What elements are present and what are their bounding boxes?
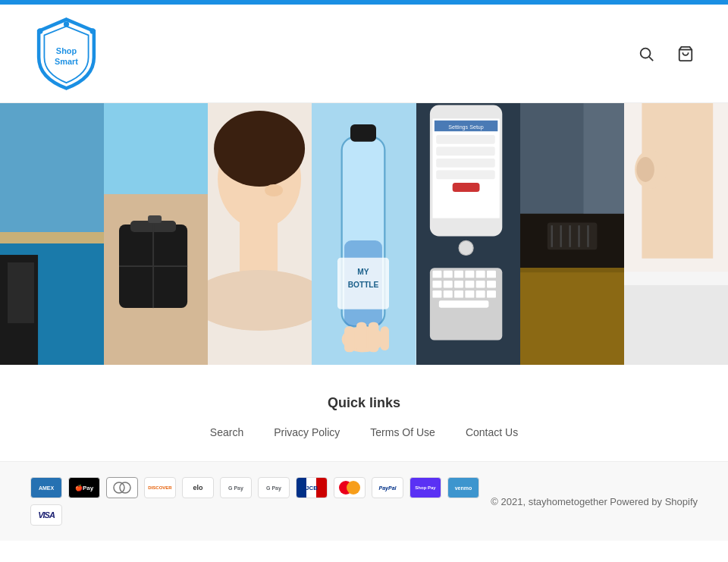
- svg-rect-71: [547, 223, 597, 250]
- payment-amex: AMEX: [30, 477, 62, 498]
- search-icon: [638, 46, 654, 62]
- payment-shopify: Shop Pay: [410, 477, 441, 498]
- svg-rect-56: [432, 281, 441, 288]
- svg-point-88: [120, 482, 130, 493]
- svg-rect-52: [454, 271, 463, 278]
- footer-bottom: AMEX 🍎Pay DISCOVER elo G Pay G Pay JCB P…: [0, 461, 728, 541]
- logo-icon: Shop Smart: [30, 16, 102, 92]
- svg-text:Settings Setup: Settings Setup: [448, 124, 483, 130]
- site-header: Shop Smart: [0, 5, 728, 103]
- svg-rect-51: [443, 271, 452, 278]
- svg-rect-55: [487, 271, 496, 278]
- hero-cell-6: [520, 103, 624, 365]
- svg-rect-67: [487, 290, 496, 298]
- hero-cell-1: [0, 103, 104, 365]
- svg-line-6: [649, 57, 653, 61]
- svg-rect-85: [624, 276, 728, 365]
- payment-elo: elo: [182, 477, 214, 498]
- svg-rect-44: [436, 146, 495, 155]
- svg-point-0: [64, 21, 69, 27]
- svg-text:MY: MY: [358, 268, 369, 276]
- copyright-text: © 2021, stayhometogether Powered by Shop…: [491, 496, 698, 507]
- hero-cell-2: [104, 103, 208, 365]
- svg-rect-36: [369, 322, 379, 353]
- svg-rect-68: [438, 300, 488, 308]
- cart-icon: [677, 46, 694, 62]
- svg-rect-66: [475, 290, 485, 298]
- svg-rect-10: [0, 232, 104, 243]
- svg-rect-28: [350, 124, 376, 142]
- svg-rect-65: [465, 290, 474, 298]
- hero-cell-7: [624, 103, 728, 365]
- payment-diners: [106, 477, 138, 498]
- svg-rect-14: [104, 103, 208, 194]
- svg-rect-47: [452, 183, 479, 192]
- cart-button[interactable]: [673, 42, 698, 66]
- logo[interactable]: Shop Smart: [30, 16, 102, 92]
- payment-jcb: JCB: [296, 477, 328, 498]
- svg-rect-80: [583, 103, 624, 214]
- quick-links-section: Quick links Search Privacy Policy Terms …: [0, 365, 728, 461]
- svg-rect-57: [443, 281, 452, 288]
- svg-rect-43: [436, 135, 495, 144]
- svg-point-24: [208, 270, 312, 331]
- svg-rect-37: [381, 326, 389, 350]
- hero-cell-4: MY BOTTLE: [312, 103, 416, 365]
- svg-rect-61: [487, 281, 496, 288]
- svg-rect-62: [432, 290, 441, 298]
- svg-rect-58: [454, 281, 463, 288]
- payment-icons-row2: VISA: [30, 504, 479, 526]
- svg-rect-46: [436, 170, 495, 179]
- svg-rect-12: [8, 262, 34, 323]
- search-button[interactable]: [634, 42, 658, 66]
- svg-text:BOTTLE: BOTTLE: [348, 281, 379, 289]
- svg-point-84: [636, 157, 654, 182]
- quick-link-terms[interactable]: Terms Of Use: [370, 426, 435, 438]
- hero-cell-5: Settings Setup: [416, 103, 520, 365]
- svg-point-5: [641, 48, 651, 58]
- svg-point-25: [265, 184, 283, 196]
- svg-point-87: [114, 482, 124, 493]
- svg-rect-86: [624, 272, 728, 285]
- svg-rect-53: [465, 271, 474, 278]
- quick-links-nav: Search Privacy Policy Terms Of Use Conta…: [15, 426, 713, 438]
- payment-icons-row1: AMEX 🍎Pay DISCOVER elo G Pay G Pay JCB P…: [30, 477, 479, 498]
- payment-venmo: venmo: [447, 477, 479, 498]
- payment-paypal: PayPal: [372, 477, 403, 498]
- quick-link-contact[interactable]: Contact Us: [466, 426, 518, 438]
- svg-text:Shop: Shop: [56, 46, 77, 55]
- svg-rect-64: [454, 290, 463, 298]
- svg-rect-17: [148, 215, 162, 223]
- payment-googlepay1: G Pay: [220, 477, 252, 498]
- payment-icons-wrapper: AMEX 🍎Pay DISCOVER elo G Pay G Pay JCB P…: [30, 477, 479, 526]
- header-actions: [634, 42, 698, 66]
- svg-rect-54: [475, 271, 485, 278]
- quick-link-privacy[interactable]: Privacy Policy: [274, 426, 340, 438]
- svg-rect-63: [443, 290, 452, 298]
- svg-rect-78: [520, 268, 624, 272]
- payment-apple: 🍎Pay: [68, 477, 100, 498]
- svg-rect-59: [465, 281, 474, 288]
- payment-visa: VISA: [30, 504, 62, 526]
- payment-mastercard: [334, 477, 366, 498]
- svg-rect-35: [356, 322, 367, 353]
- svg-rect-45: [436, 159, 495, 168]
- svg-rect-40: [432, 118, 499, 218]
- quick-links-title: Quick links: [15, 395, 713, 411]
- payment-googlepay2: G Pay: [258, 477, 290, 498]
- svg-rect-60: [475, 281, 485, 288]
- hero-grid: MY BOTTLE Settings Setup: [0, 103, 728, 365]
- svg-rect-77: [520, 268, 624, 365]
- svg-point-1: [37, 28, 42, 33]
- svg-text:Smart: Smart: [55, 56, 78, 65]
- quick-link-search[interactable]: Search: [210, 426, 243, 438]
- svg-rect-50: [432, 271, 441, 278]
- svg-rect-34: [344, 326, 355, 352]
- payment-discover: DISCOVER: [144, 477, 176, 498]
- svg-point-22: [214, 111, 305, 187]
- svg-point-2: [89, 28, 95, 33]
- svg-point-48: [459, 240, 473, 255]
- hero-cell-3: [208, 103, 312, 365]
